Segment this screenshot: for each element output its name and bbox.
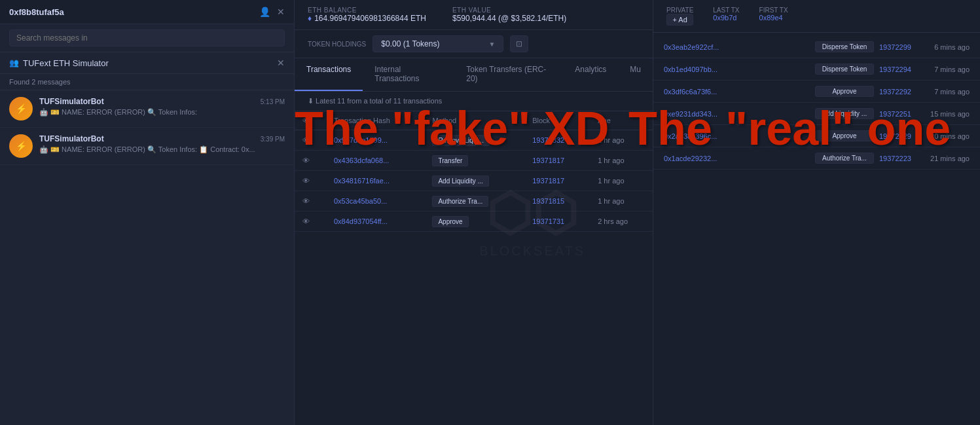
row-eye-0: 👁 — [295, 130, 326, 151]
right-block-4[interactable]: 19372229 — [879, 132, 918, 140]
right-method-badge-4: Approve — [815, 130, 874, 141]
dropdown-arrow-icon: ▼ — [488, 41, 495, 48]
eye-icon-3: 👁 — [302, 197, 310, 205]
block-link-3[interactable]: 19371815 — [532, 197, 564, 205]
right-method-badge-0: Disperse Token — [815, 41, 874, 52]
row-block-2: 19371817 — [524, 171, 590, 191]
group-close-icon[interactable]: ✕ — [277, 58, 285, 68]
tx-hash-link-3[interactable]: 0x53ca45ba50... — [334, 197, 387, 205]
row-eye-1: 👁 — [295, 151, 326, 171]
col-method: Method ? — [424, 111, 524, 130]
close-icon[interactable]: ✕ — [277, 7, 285, 17]
right-tx-row: 0xe9231dd343... Add Liquidity ... 193722… — [653, 103, 980, 125]
right-block-0[interactable]: 19372299 — [879, 43, 918, 51]
row-block-4: 19371731 — [524, 212, 590, 232]
row-hash-0: 0x9b7d0e1d99... — [326, 130, 424, 151]
right-tx-hash-1[interactable]: 0xb1ed4097bb... — [664, 65, 810, 73]
tab-analytics[interactable]: Analytics — [563, 58, 618, 91]
eth-balance-block: ETH BALANCE ♦ 164.969479406981366844 ETH — [308, 7, 426, 23]
right-tx-row: 0x3df6c6a73f6... Approve 19372292 7 mins… — [653, 81, 980, 103]
right-tx-hash-0[interactable]: 0x3eab2e922cf... — [664, 43, 810, 51]
tx-hash-link-2[interactable]: 0x34816716fae... — [334, 177, 390, 185]
avatar-icon-2: ⚡ — [16, 141, 27, 151]
eye-header-icon: 👁 — [302, 117, 310, 124]
eye-icon-2: 👁 — [302, 177, 310, 185]
right-last-tx-hash[interactable]: 0x9b7d — [713, 14, 739, 22]
block-link-4[interactable]: 19371731 — [532, 217, 564, 225]
tab-transactions[interactable]: Transactions — [295, 58, 363, 91]
eth-diamond-icon: ♦ — [308, 14, 312, 23]
sidebar: 0xf8b8tufaf5a 👤 ✕ 👥 TUFext ETH Simulator… — [0, 0, 295, 425]
right-info-top: PRIVATE + Ad LAST TX 0x9b7d FIRST TX 0x8… — [653, 0, 980, 33]
right-private-block: PRIVATE + Ad — [666, 7, 693, 26]
avatar-icon-1: ⚡ — [16, 103, 27, 114]
right-add-button[interactable]: + Ad — [666, 14, 693, 26]
transactions-table-container: 👁 Transaction Hash Method ? Block Age 👁 … — [295, 111, 653, 425]
message-item-2[interactable]: ⚡ TUFSimulatorBot 3:39 PM 🤖 🎫 NAME: ERRO… — [0, 128, 294, 165]
right-panel: PRIVATE + Ad LAST TX 0x9b7d FIRST TX 0x8… — [653, 0, 980, 425]
user-icon[interactable]: 👤 — [259, 7, 270, 17]
right-tx-hash-4[interactable]: 0x2a438a396c... — [664, 132, 810, 140]
col-tx-hash: Transaction Hash — [326, 111, 424, 130]
row-age-0: 1 hr ago — [590, 130, 653, 151]
row-age-2: 1 hr ago — [590, 171, 653, 191]
token-qr-button[interactable]: ⊡ — [510, 35, 528, 52]
block-link-0[interactable]: 19371832 — [532, 136, 564, 144]
tabs-bar: Transactions Internal Transactions Token… — [295, 58, 653, 92]
tab-token-transfers[interactable]: Token Transfers (ERC-20) — [454, 58, 563, 91]
table-row: 👁 0x34816716fae... Add Liquidity ... 193… — [295, 171, 653, 191]
row-block-0: 19371832 — [524, 130, 590, 151]
right-tx-hash-2[interactable]: 0x3df6c6a73f6... — [664, 88, 810, 96]
message-sender-1: TUFSimulatorBot — [39, 97, 104, 106]
right-method-badge-1: Disperse Token — [815, 64, 874, 75]
message-item-1[interactable]: ⚡ TUFSimulatorBot 5:13 PM 🤖 🎫 NAME: ERRO… — [0, 90, 294, 128]
token-dropdown[interactable]: $0.00 (1 Tokens) ▼ — [372, 35, 503, 52]
message-content-1: TUFSimulatorBot 5:13 PM 🤖 🎫 NAME: ERROR … — [39, 97, 285, 117]
group-header: 👥 TUFext ETH Simulator ✕ — [0, 52, 294, 74]
right-age-2: 7 mins ago — [924, 88, 970, 96]
right-first-tx-hash[interactable]: 0x89e4 — [759, 14, 788, 22]
right-block-2[interactable]: 19372292 — [879, 88, 918, 96]
group-title-container: 👥 TUFext ETH Simulator — [9, 58, 109, 68]
method-badge-2: Add Liquidity ... — [432, 176, 488, 187]
tab-more[interactable]: Mu — [618, 58, 653, 91]
avatar-1: ⚡ — [9, 97, 33, 120]
row-age-4: 2 hrs ago — [590, 212, 653, 232]
row-method-1: Transfer — [424, 151, 524, 171]
row-eye-4: 👁 — [295, 212, 326, 232]
block-link-1[interactable]: 19371817 — [532, 157, 564, 164]
right-last-tx-block: LAST TX 0x9b7d — [713, 7, 739, 26]
row-method-3: Authorize Tra... — [424, 191, 524, 212]
right-tx-hash-3[interactable]: 0xe9231dd343... — [664, 110, 810, 118]
search-input[interactable] — [9, 29, 285, 46]
tx-hash-link-4[interactable]: 0x84d937054ff... — [334, 217, 388, 225]
table-row: 👁 0x4363dcfa068... Transfer 19371817 1 h… — [295, 151, 653, 171]
right-age-3: 15 mins ago — [924, 110, 970, 118]
row-method-4: Approve — [424, 212, 524, 232]
right-method-badge-5: Authorize Tra... — [815, 153, 874, 164]
right-age-4: 20 mins ago — [924, 132, 970, 140]
right-block-1[interactable]: 19372294 — [879, 65, 918, 73]
tab-internal-transactions[interactable]: Internal Transactions — [363, 58, 454, 91]
token-holdings-label: TOKEN HOLDINGS — [308, 41, 366, 48]
right-first-tx-block: FIRST TX 0x89e4 — [759, 7, 788, 26]
right-block-3[interactable]: 19372251 — [879, 110, 918, 118]
right-last-tx-label: LAST TX — [713, 7, 739, 14]
col-block: Block — [524, 111, 590, 130]
method-badge-1: Transfer — [432, 155, 468, 166]
sidebar-header: 0xf8b8tufaf5a 👤 ✕ — [0, 0, 294, 24]
group-people-icon: 👥 — [9, 58, 19, 67]
block-link-2[interactable]: 19371817 — [532, 177, 564, 185]
method-help-icon: ? — [460, 117, 464, 124]
row-eye-2: 👁 — [295, 171, 326, 191]
right-tx-hash-5[interactable]: 0x1acde29232... — [664, 155, 810, 162]
token-bar: TOKEN HOLDINGS $0.00 (1 Tokens) ▼ ⊡ — [295, 30, 653, 58]
tx-hash-link-0[interactable]: 0x9b7d0e1d99... — [334, 136, 388, 144]
tx-hash-link-1[interactable]: 0x4363dcfa068... — [334, 157, 389, 164]
right-first-tx-label: FIRST TX — [759, 7, 788, 14]
eye-icon-1: 👁 — [302, 157, 310, 164]
col-age: Age — [590, 111, 653, 130]
right-block-5[interactable]: 19372223 — [879, 155, 918, 162]
age-text-1: 1 hr ago — [598, 157, 624, 164]
main-content: ETH BALANCE ♦ 164.969479406981366844 ETH… — [295, 0, 653, 425]
